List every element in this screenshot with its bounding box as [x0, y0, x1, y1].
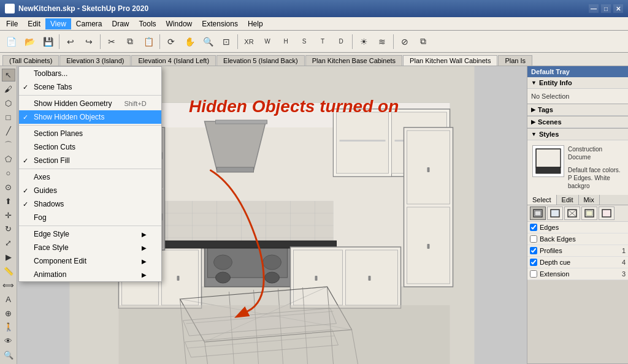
open-button[interactable]: 📂 [21, 33, 38, 50]
tags-header[interactable]: ▶ Tags [527, 104, 628, 116]
fog-button[interactable]: ≋ [373, 33, 391, 50]
menu-animation[interactable]: Animation ▶ [19, 268, 161, 281]
style-display[interactable]: D [332, 33, 350, 50]
style-btn-4[interactable] [581, 207, 597, 220]
style-btn-3[interactable] [564, 207, 580, 220]
extension-checkbox[interactable] [530, 270, 537, 278]
menu-window[interactable]: Window [161, 18, 197, 29]
menu-view[interactable]: View [45, 18, 71, 29]
lookaround-tool[interactable]: 👁 [2, 335, 15, 347]
styles-header[interactable]: ▼ Styles [527, 129, 628, 140]
menu-fog[interactable]: Fog [19, 211, 161, 224]
edges-checkbox[interactable] [530, 224, 537, 231]
offset-tool[interactable]: ⊙ [2, 181, 15, 194]
axes-tool[interactable]: ⊕ [2, 307, 15, 320]
minimize-button[interactable]: — [589, 4, 599, 13]
menu-extensions[interactable]: Extensions [197, 18, 243, 29]
sep4 [237, 34, 238, 49]
text-tool[interactable]: A [2, 293, 15, 306]
svg-rect-65 [119, 305, 450, 364]
zoomextents-button[interactable]: ⊡ [218, 33, 235, 50]
paste-button[interactable]: 📋 [140, 33, 157, 50]
tab-plan-base[interactable]: Plan Kitchen Base Cabinets [305, 55, 402, 66]
tape-tool[interactable]: 📏 [2, 265, 15, 278]
menu-guides[interactable]: ✓ Guides [19, 184, 161, 197]
entity-info-label: Entity Info [539, 79, 572, 86]
profiles-checkbox[interactable] [530, 247, 537, 254]
arc-tool[interactable]: ⌒ [2, 138, 15, 151]
dimension-tool[interactable]: ⟺ [2, 279, 15, 292]
menu-edge-style[interactable]: Edge Style ▶ [19, 227, 161, 241]
walk-tool[interactable]: 🚶 [2, 320, 15, 333]
extension-value: 3 [622, 270, 626, 278]
menu-show-hidden-geometry[interactable]: Show Hidden Geometry Shift+D [19, 97, 161, 110]
save-button[interactable]: 💾 [39, 33, 56, 50]
component-button[interactable]: ⧉ [415, 33, 432, 50]
viewport[interactable]: Toolbars... ✓ Scene Tabs Show Hidden Geo… [17, 66, 527, 364]
entity-info-header[interactable]: ▼ Entity Info [527, 77, 628, 89]
scale-tool[interactable]: ⤢ [2, 237, 15, 249]
tab-tall-cabinets[interactable]: (Tall Cabinets) [2, 55, 59, 66]
styles-tab-mix[interactable]: Mix [579, 195, 600, 205]
style-btn-1[interactable] [530, 207, 546, 220]
styles-tab-select[interactable]: Select [527, 195, 557, 205]
polygon-tool[interactable]: ⬠ [2, 153, 15, 165]
cut-button[interactable]: ✂ [103, 33, 120, 50]
move-tool[interactable]: ✛ [2, 209, 15, 222]
menu-tools[interactable]: Tools [134, 18, 161, 29]
menu-draw[interactable]: Draw [107, 18, 134, 29]
zoom-button[interactable]: 🔍 [199, 33, 216, 50]
menu-show-hidden-objects[interactable]: ✓ Show Hidden Objects [19, 110, 161, 124]
section-button[interactable]: ⊘ [396, 33, 413, 50]
style-hidden[interactable]: H [277, 33, 294, 50]
styles-tab-edit[interactable]: Edit [557, 195, 579, 205]
menu-axes[interactable]: Axes [19, 170, 161, 184]
menu-section-planes[interactable]: Section Planes [19, 127, 161, 140]
menu-shadows[interactable]: ✓ Shadows [19, 197, 161, 211]
style-solid[interactable]: S [296, 33, 313, 50]
circle-tool[interactable]: ○ [2, 167, 15, 180]
line-tool[interactable]: ╱ [2, 124, 15, 137]
menu-help[interactable]: Help [243, 18, 268, 29]
maximize-button[interactable]: □ [601, 4, 611, 13]
menu-edit[interactable]: Edit [23, 18, 45, 29]
menu-section-fill[interactable]: ✓ Section Fill [19, 154, 161, 167]
style-texture[interactable]: T [314, 33, 331, 50]
tab-elevation5[interactable]: Elevation 5 (Island Back) [216, 55, 305, 66]
pushpull-tool[interactable]: ⬆ [2, 195, 15, 208]
menu-file[interactable]: File [1, 18, 23, 29]
paint-tool[interactable]: 🖌 [2, 83, 15, 96]
tab-plan-wall[interactable]: Plan Kitchen Wall Cabinets [403, 55, 497, 66]
tab-elevation4[interactable]: Elevation 4 (Island Left) [131, 55, 216, 66]
style-btn-5[interactable] [599, 207, 615, 220]
menu-scene-tabs[interactable]: ✓ Scene Tabs [19, 80, 161, 94]
menu-face-style[interactable]: Face Style ▶ [19, 241, 161, 254]
back-edges-checkbox[interactable] [530, 235, 537, 243]
select-tool[interactable]: ↖ [2, 69, 15, 82]
tab-plan-is[interactable]: Plan Is [498, 55, 532, 66]
tab-elevation3[interactable]: Elevation 3 (Island) [59, 55, 131, 66]
menu-toolbars[interactable]: Toolbars... [19, 67, 161, 80]
menu-camera[interactable]: Camera [71, 18, 107, 29]
undo-button[interactable]: ↩ [62, 33, 79, 50]
menu-component-edit[interactable]: Component Edit ▶ [19, 254, 161, 268]
eraser-tool[interactable]: ⬡ [2, 97, 15, 110]
redo-button[interactable]: ↪ [80, 33, 98, 50]
style-xray[interactable]: XR [240, 33, 258, 50]
copy-button[interactable]: ⧉ [121, 33, 139, 50]
followme-tool[interactable]: ▶ [2, 251, 15, 264]
zoom-tool[interactable]: 🔍 [2, 349, 15, 362]
depth-cue-checkbox[interactable] [530, 259, 537, 266]
shadow-button[interactable]: ☀ [355, 33, 372, 50]
pan-button[interactable]: ✋ [181, 33, 198, 50]
close-button[interactable]: ✕ [613, 4, 623, 13]
rotate-tool[interactable]: ↻ [2, 222, 15, 235]
style-btn-2[interactable] [547, 207, 563, 220]
scenes-header[interactable]: ▶ Scenes [527, 116, 628, 128]
style-wire[interactable]: W [259, 33, 276, 50]
orbit-button[interactable]: ⟳ [163, 33, 180, 50]
rect-tool[interactable]: □ [2, 111, 15, 124]
new-button[interactable]: 📄 [2, 33, 20, 50]
menu-section-cuts[interactable]: Section Cuts [19, 140, 161, 154]
window-controls[interactable]: — □ ✕ [589, 4, 623, 13]
